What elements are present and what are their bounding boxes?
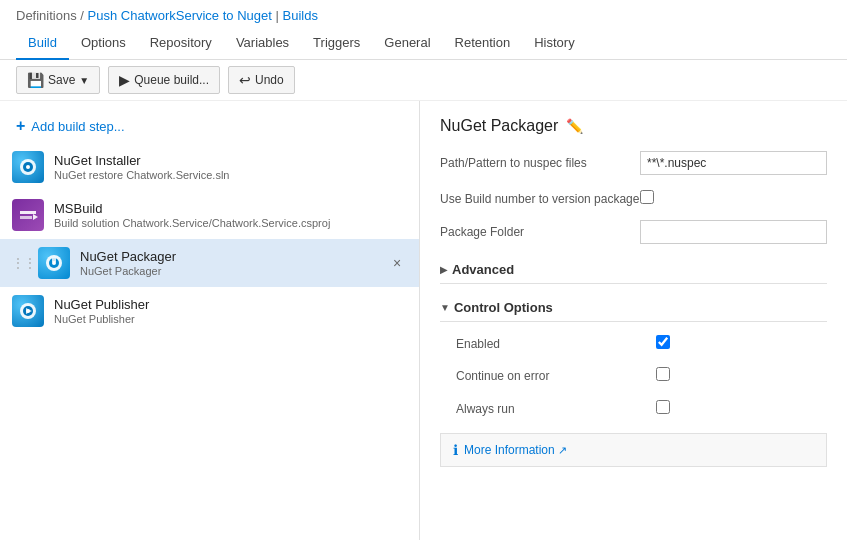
path-pattern-control <box>640 151 827 175</box>
use-build-number-row: Use Build number to version package <box>440 187 827 208</box>
list-item[interactable]: NuGet Publisher NuGet Publisher <box>0 287 419 335</box>
nuget-packager-icon <box>38 247 70 279</box>
msbuild-title: MSBuild <box>54 201 407 216</box>
toolbar: 💾 Save ▼ ▶ Queue build... ↩ Undo <box>0 60 847 101</box>
svg-marker-5 <box>33 214 38 220</box>
tab-retention[interactable]: Retention <box>443 27 523 60</box>
left-panel: + Add build step... NuGet Installer NuGe… <box>0 101 420 540</box>
control-options-section-header[interactable]: Control Options <box>440 294 827 322</box>
always-run-row: Always run <box>456 397 827 418</box>
msbuild-icon-svg <box>18 205 38 225</box>
breadcrumb-definitions: Definitions <box>16 8 77 23</box>
external-link-icon: ↗ <box>558 444 567 456</box>
save-button[interactable]: 💾 Save ▼ <box>16 66 100 94</box>
list-item[interactable]: MSBuild Build solution Chatwork.Service/… <box>0 191 419 239</box>
nav-tabs: Build Options Repository Variables Trigg… <box>0 27 847 60</box>
breadcrumb-sep1: / <box>80 8 84 23</box>
breadcrumb: Definitions / Push ChatworkService to Nu… <box>0 0 847 27</box>
tab-repository[interactable]: Repository <box>138 27 224 60</box>
tab-options[interactable]: Options <box>69 27 138 60</box>
main-layout: + Add build step... NuGet Installer NuGe… <box>0 101 847 540</box>
always-run-checkbox[interactable] <box>656 400 670 414</box>
tab-triggers[interactable]: Triggers <box>301 27 372 60</box>
nuget-packager-subtitle: NuGet Packager <box>80 265 387 277</box>
path-pattern-input[interactable] <box>640 151 827 175</box>
always-run-control <box>656 397 827 417</box>
control-options-arrow-icon <box>440 302 450 313</box>
tab-history[interactable]: History <box>522 27 586 60</box>
path-pattern-row: Path/Pattern to nuspec files <box>440 151 827 175</box>
enabled-label: Enabled <box>456 332 656 353</box>
advanced-section-header[interactable]: Advanced <box>440 256 827 284</box>
undo-label: Undo <box>255 73 284 87</box>
save-label: Save <box>48 73 75 87</box>
msbuild-icon <box>12 199 44 231</box>
package-folder-label: Package Folder <box>440 220 640 241</box>
continue-on-error-label: Continue on error <box>456 364 656 385</box>
enabled-checkbox[interactable] <box>656 335 670 349</box>
enabled-control <box>656 332 827 352</box>
right-panel: NuGet Packager ✏️ Path/Pattern to nuspec… <box>420 101 847 540</box>
use-build-number-label: Use Build number to version package <box>440 187 640 208</box>
advanced-arrow-icon <box>440 264 448 275</box>
breadcrumb-sep2: | <box>275 8 278 23</box>
add-build-step-button[interactable]: + Add build step... <box>0 109 419 143</box>
breadcrumb-link-push[interactable]: Push ChatworkService to Nuget <box>88 8 272 23</box>
drag-handle-icon: ⋮⋮ <box>12 256 36 270</box>
panel-title-text: NuGet Packager <box>440 117 558 135</box>
use-build-number-control <box>640 187 827 207</box>
edit-icon[interactable]: ✏️ <box>566 118 583 134</box>
more-information-link[interactable]: More Information ↗ <box>464 443 567 457</box>
nuget-packager-info: NuGet Packager NuGet Packager <box>80 249 387 277</box>
always-run-label: Always run <box>456 397 656 418</box>
tab-general[interactable]: General <box>372 27 442 60</box>
continue-on-error-checkbox[interactable] <box>656 367 670 381</box>
tab-build[interactable]: Build <box>16 27 69 60</box>
list-item[interactable]: ⋮⋮ NuGet Packager NuGet Packager × <box>0 239 419 287</box>
advanced-section-title: Advanced <box>452 262 514 277</box>
undo-icon: ↩ <box>239 72 251 88</box>
undo-button[interactable]: ↩ Undo <box>228 66 295 94</box>
enabled-row: Enabled <box>456 332 827 353</box>
save-icon: 💾 <box>27 72 44 88</box>
control-options-title: Control Options <box>454 300 553 315</box>
nuget-icon-svg <box>17 156 39 178</box>
nuget-installer-title: NuGet Installer <box>54 153 407 168</box>
package-folder-row: Package Folder <box>440 220 827 244</box>
continue-on-error-row: Continue on error <box>456 364 827 385</box>
save-dropdown-icon: ▼ <box>79 75 89 86</box>
svg-point-2 <box>26 165 30 169</box>
queue-icon: ▶ <box>119 72 130 88</box>
remove-nuget-packager-button[interactable]: × <box>387 253 407 273</box>
panel-title: NuGet Packager ✏️ <box>440 117 827 135</box>
msbuild-info: MSBuild Build solution Chatwork.Service/… <box>54 201 407 229</box>
svg-rect-4 <box>20 216 32 219</box>
package-folder-control <box>640 220 827 244</box>
nuget-publisher-info: NuGet Publisher NuGet Publisher <box>54 297 407 325</box>
svg-rect-3 <box>20 211 36 214</box>
breadcrumb-builds[interactable]: Builds <box>282 8 317 23</box>
tab-variables[interactable]: Variables <box>224 27 301 60</box>
add-step-label: Add build step... <box>31 119 124 134</box>
nuget-packager-icon-svg <box>43 252 65 274</box>
msbuild-subtitle: Build solution Chatwork.Service/Chatwork… <box>54 217 407 229</box>
nuget-packager-title: NuGet Packager <box>80 249 387 264</box>
queue-build-button[interactable]: ▶ Queue build... <box>108 66 220 94</box>
svg-rect-9 <box>52 258 56 262</box>
nuget-installer-subtitle: NuGet restore Chatwork.Service.sln <box>54 169 407 181</box>
nuget-publisher-title: NuGet Publisher <box>54 297 407 312</box>
queue-label: Queue build... <box>134 73 209 87</box>
use-build-number-checkbox[interactable] <box>640 190 654 204</box>
path-pattern-label: Path/Pattern to nuspec files <box>440 151 640 172</box>
more-info-section: ℹ More Information ↗ <box>440 433 827 467</box>
nuget-installer-info: NuGet Installer NuGet restore Chatwork.S… <box>54 153 407 181</box>
info-icon: ℹ <box>453 442 458 458</box>
nuget-installer-icon <box>12 151 44 183</box>
plus-icon: + <box>16 117 25 135</box>
nuget-publisher-icon-svg <box>17 300 39 322</box>
package-folder-input[interactable] <box>640 220 827 244</box>
more-info-label: More Information <box>464 443 555 457</box>
nuget-publisher-icon <box>12 295 44 327</box>
nuget-publisher-subtitle: NuGet Publisher <box>54 313 407 325</box>
list-item[interactable]: NuGet Installer NuGet restore Chatwork.S… <box>0 143 419 191</box>
